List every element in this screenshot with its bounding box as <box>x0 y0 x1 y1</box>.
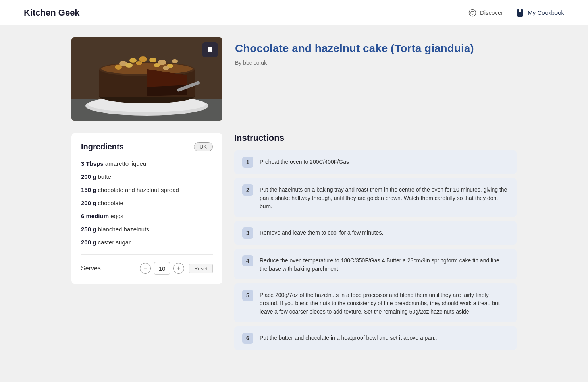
ingredient-amount: 6 medium <box>81 213 109 219</box>
svg-point-19 <box>125 63 133 68</box>
svg-point-0 <box>469 9 476 16</box>
ingredient-name: blanched hazelnuts <box>98 226 149 233</box>
ingredient-amount: 200 g <box>81 239 96 246</box>
header: Kitchen Geek Discover My Cookbook <box>0 0 588 25</box>
recipe-title-area: Chocolate and hazelnut cake (Torta giand… <box>235 37 474 66</box>
ingredient-item: 200 g chocolate <box>81 199 213 207</box>
serves-decrement-button[interactable]: − <box>140 263 151 274</box>
bookmark-button[interactable] <box>202 42 218 57</box>
ingredient-item: 150 g chocolate and hazelnut spread <box>81 186 213 194</box>
unit-toggle-button[interactable]: UK <box>194 142 213 151</box>
nav-discover[interactable]: Discover <box>468 8 503 17</box>
ingredient-name: caster sugar <box>98 239 131 246</box>
step-text: Reduce the oven temperature to 180C/350F… <box>260 255 509 273</box>
nav-cookbook-label: My Cookbook <box>528 9 564 16</box>
svg-point-20 <box>136 61 142 65</box>
ingredient-amount: 250 g <box>81 226 96 233</box>
step-text: Put the butter and chocolate in a heatpr… <box>260 333 439 342</box>
ingredient-name: eggs <box>110 213 123 219</box>
serves-label: Serves <box>81 265 135 272</box>
step-number: 6 <box>242 333 253 344</box>
instruction-step: 1 Preheat the oven to 200C/400F/Gas <box>234 150 517 174</box>
instruction-step: 6 Put the butter and chocolate in a heat… <box>234 326 517 350</box>
content-area: Ingredients UK 3 Tbsps amaretto liqueur2… <box>71 133 517 350</box>
step-text: Preheat the oven to 200C/400F/Gas <box>260 157 349 166</box>
ingredient-item: 200 g caster sugar <box>81 238 213 246</box>
step-text: Place 200g/7oz of the hazelnuts in a foo… <box>260 290 509 316</box>
instruction-step: 3 Remove and leave them to cool for a fe… <box>234 221 517 245</box>
serves-reset-button[interactable]: Reset <box>189 264 213 273</box>
recipe-title: Chocolate and hazelnut cake (Torta giand… <box>235 41 474 56</box>
serves-increment-button[interactable]: + <box>173 263 184 274</box>
step-number: 2 <box>242 184 253 196</box>
svg-point-13 <box>139 56 147 62</box>
ingredient-item: 200 g butter <box>81 173 213 181</box>
recipe-header: Chocolate and hazelnut cake (Torta giand… <box>71 37 517 121</box>
instruction-step: 4 Reduce the oven temperature to 180C/35… <box>234 249 517 279</box>
serves-value: 10 <box>154 262 170 275</box>
svg-point-22 <box>163 66 169 70</box>
ingredient-name: chocolate <box>98 200 123 206</box>
nav-discover-label: Discover <box>480 9 503 16</box>
svg-point-1 <box>471 11 474 14</box>
discover-icon <box>468 8 477 17</box>
instruction-step: 2 Put the hazelnuts on a baking tray and… <box>234 178 517 217</box>
recipe-source: By bbc.co.uk <box>235 60 474 66</box>
ingredients-header: Ingredients UK <box>81 142 213 151</box>
step-text: Remove and leave them to cool for a few … <box>260 227 383 237</box>
ingredient-item: 6 medium eggs <box>81 212 213 220</box>
ingredient-amount: 200 g <box>81 200 96 206</box>
ingredients-card: Ingredients UK 3 Tbsps amaretto liqueur2… <box>71 133 222 284</box>
step-number: 1 <box>242 157 253 168</box>
ingredient-name: butter <box>98 173 113 180</box>
recipe-image-container <box>71 37 222 121</box>
step-text: Put the hazelnuts on a baking tray and r… <box>260 184 509 211</box>
cookbook-icon <box>516 8 524 17</box>
instruction-steps: 1 Preheat the oven to 200C/400F/Gas 2 Pu… <box>234 150 517 350</box>
step-number: 5 <box>242 290 253 301</box>
ingredient-item: 3 Tbsps amaretto liqueur <box>81 159 213 168</box>
main-content: Chocolate and hazelnut cake (Torta giand… <box>0 25 588 362</box>
svg-point-17 <box>115 65 122 70</box>
app-logo: Kitchen Geek <box>24 8 80 18</box>
instructions-area: Instructions 1 Preheat the oven to 200C/… <box>234 133 517 350</box>
serves-control: − 10 + <box>140 262 184 275</box>
svg-point-18 <box>172 59 178 63</box>
instructions-title: Instructions <box>234 133 517 143</box>
ingredient-name: amaretto liqueur <box>105 160 148 167</box>
svg-point-12 <box>129 58 137 63</box>
main-nav: Discover My Cookbook <box>468 8 564 17</box>
serves-bar: Serves − 10 + Reset <box>81 254 213 275</box>
ingredient-amount: 200 g <box>81 173 96 180</box>
svg-point-21 <box>154 63 160 67</box>
nav-cookbook[interactable]: My Cookbook <box>516 8 564 17</box>
svg-point-14 <box>149 58 156 62</box>
ingredient-amount: 3 Tbsps <box>81 160 104 167</box>
ingredients-title: Ingredients <box>81 142 124 151</box>
ingredient-amount: 150 g <box>81 186 96 193</box>
step-number: 3 <box>242 227 253 239</box>
step-number: 4 <box>242 255 253 266</box>
instruction-step: 5 Place 200g/7oz of the hazelnuts in a f… <box>234 283 517 322</box>
ingredient-name: chocolate and hazelnut spread <box>98 186 179 193</box>
ingredient-item: 250 g blanched hazelnuts <box>81 225 213 233</box>
ingredient-list: 3 Tbsps amaretto liqueur200 g butter150 … <box>81 159 213 246</box>
